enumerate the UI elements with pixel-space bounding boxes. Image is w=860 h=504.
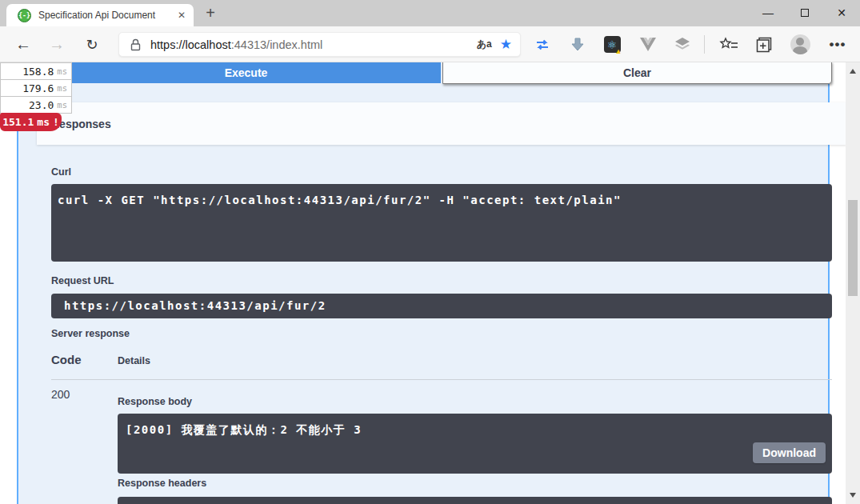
tab-title: Specification Api Document <box>38 10 171 21</box>
swagger-favicon-icon: {-} <box>18 9 31 22</box>
collections-icon[interactable] <box>752 26 776 62</box>
avatar-icon <box>790 34 810 54</box>
curl-label: Curl <box>51 166 71 178</box>
page-scrollbar[interactable] <box>846 62 860 504</box>
response-body-block: [2000] 我覆盖了默认的：2 不能小于 3 Download <box>118 414 832 474</box>
download-extension-icon[interactable] <box>566 26 590 62</box>
timing-value: 179.6 <box>22 82 54 94</box>
browser-tab[interactable]: {-} Specification Api Document ✕ <box>6 4 194 26</box>
layers-extension-icon[interactable] <box>670 26 694 62</box>
translate-icon[interactable]: あa <box>477 38 492 51</box>
response-body-text: [2000] 我覆盖了默认的：2 不能小于 3 <box>126 423 362 436</box>
scrollbar-thumb[interactable] <box>848 200 858 296</box>
minimize-button[interactable]: — <box>750 0 786 26</box>
new-tab-button[interactable]: + <box>200 2 221 23</box>
curl-command-block: curl -X GET "https://localhost:44313/api… <box>51 184 832 262</box>
code-column-header: Code <box>51 353 82 366</box>
timing-value: 151.1 <box>2 116 34 128</box>
vue-devtools-icon[interactable] <box>636 26 660 62</box>
lock-icon <box>130 38 141 51</box>
response-headers-label: Response headers <box>118 478 206 489</box>
favorites-list-icon[interactable] <box>717 26 741 62</box>
scrollbar-down-icon[interactable] <box>850 493 856 498</box>
response-code: 200 <box>51 388 70 401</box>
maximize-button[interactable] <box>786 0 823 26</box>
window-controls: — ✕ <box>750 0 860 26</box>
timing-unit: ms <box>57 100 67 110</box>
sync-extension-icon[interactable] <box>530 26 554 62</box>
favorite-star-icon[interactable]: ★ <box>500 36 512 53</box>
tab-bar: {-} Specification Api Document ✕ + — ✕ <box>0 0 860 26</box>
browser-toolbar: ← → ↻ https://localhost:44313/index.html… <box>0 26 860 62</box>
close-window-button[interactable]: ✕ <box>823 0 860 26</box>
overflow-menu-icon[interactable]: ••• <box>826 26 850 62</box>
response-body-label: Response body <box>118 396 192 407</box>
timing-entry: 158.8 ms <box>0 62 72 80</box>
timing-entry: 23.0 ms <box>0 96 72 114</box>
warning-icon: ▲ <box>615 47 622 55</box>
url-text: https://localhost:44313/index.html <box>150 38 469 51</box>
react-devtools-icon[interactable]: ⚛ ▲ <box>600 26 624 62</box>
profile-avatar[interactable] <box>788 26 812 62</box>
timing-value: 158.8 <box>22 66 54 78</box>
timing-unit: ms <box>37 116 50 128</box>
toolbar-separator <box>704 35 705 54</box>
request-url-label: Request URL <box>51 275 114 286</box>
forward-icon[interactable]: → <box>46 26 67 62</box>
address-bar[interactable]: https://localhost:44313/index.html あa ★ <box>118 32 521 57</box>
timing-entry: 179.6 ms <box>0 79 72 97</box>
timing-error-badge: 151.1 ms ! <box>0 113 62 131</box>
timing-error-mark: ! <box>53 116 59 128</box>
timing-value: 23.0 <box>29 99 54 111</box>
back-icon[interactable]: ← <box>13 26 34 62</box>
timing-unit: ms <box>57 83 67 93</box>
url-host: https://localhost <box>150 38 231 51</box>
execute-button[interactable]: Execute <box>51 62 441 83</box>
clear-button[interactable]: Clear <box>442 62 832 84</box>
refresh-icon[interactable]: ↻ <box>82 26 102 62</box>
tab-close-icon[interactable]: ✕ <box>178 10 186 21</box>
swagger-page: Execute Clear Responses Curl curl -X GET… <box>0 62 860 504</box>
request-url-block: https://localhost:44313/api/fur/2 <box>51 294 832 318</box>
scrollbar-up-icon[interactable] <box>850 69 856 74</box>
timing-unit: ms <box>57 66 67 76</box>
server-response-label: Server response <box>51 328 130 339</box>
responses-section-header: Responses <box>37 102 846 145</box>
browser-window: {-} Specification Api Document ✕ + — ✕ ←… <box>0 0 860 504</box>
maximize-icon <box>801 9 809 17</box>
table-divider <box>51 379 832 380</box>
details-column-header: Details <box>118 355 150 366</box>
url-path: :44313/index.html <box>231 38 322 51</box>
response-headers-block <box>118 497 832 504</box>
download-button[interactable]: Download <box>753 442 826 463</box>
response-timing-overlay: 158.8 ms 179.6 ms 23.0 ms 151.1 ms ! <box>0 63 72 131</box>
swagger-opblock: Execute Clear Responses Curl curl -X GET… <box>17 62 830 504</box>
